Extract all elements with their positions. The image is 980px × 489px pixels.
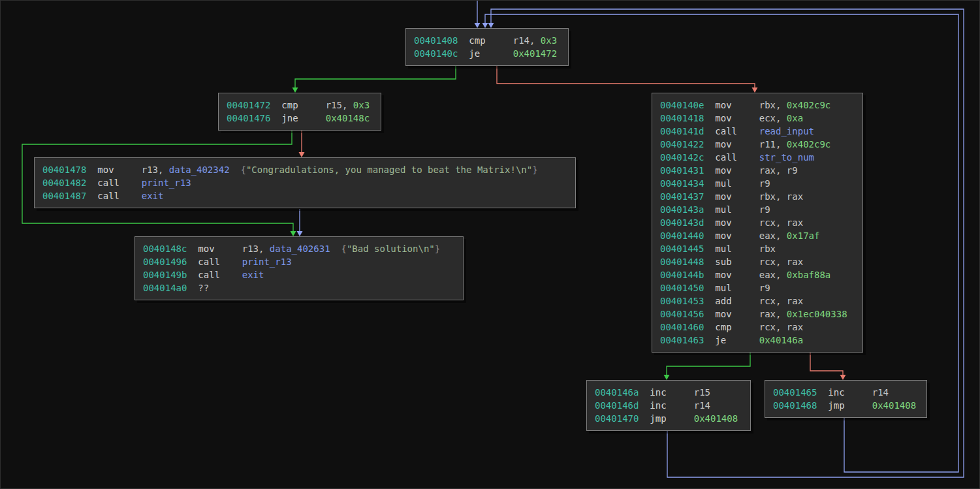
basic-block-00401472[interactable]: 00401472cmpr15, 0x300401476jne0x40148c xyxy=(218,93,381,131)
instruction-line[interactable]: 00401408cmpr14, 0x3 xyxy=(414,34,560,47)
address-token: 00401472 xyxy=(227,99,281,112)
instruction-line[interactable]: 0040140cje0x401472 xyxy=(414,47,560,60)
basic-block-0040148c[interactable]: 0040148cmovr13, data_402631 {"Bad soluti… xyxy=(134,236,464,300)
mnemonic-token: jmp xyxy=(828,399,872,412)
operand-token: eax, xyxy=(759,270,787,280)
operand-token: r13, xyxy=(242,244,270,254)
mnemonic-token: mul xyxy=(715,177,759,190)
basic-block-00401478[interactable]: 00401478movr13, data_402342 {"Congradula… xyxy=(34,157,576,208)
instruction-line[interactable]: 00401487callexit xyxy=(42,189,567,202)
edge-arrowhead xyxy=(752,87,758,93)
basic-block-0040146a[interactable]: 0040146aincr150040146dincr1400401470jmp0… xyxy=(586,380,751,431)
mnemonic-token: call xyxy=(715,151,759,164)
immediate-token: 0xa xyxy=(787,113,803,123)
instruction-line[interactable]: 00401437movrbx, rax xyxy=(660,190,855,203)
instruction-line[interactable]: 0040146dincr14 xyxy=(595,399,742,412)
mnemonic-token: jmp xyxy=(650,412,693,425)
immediate-token: 0x401408 xyxy=(872,400,916,411)
instruction-line[interactable]: 00401450mulr9 xyxy=(660,281,855,294)
instruction-line[interactable]: 0040149bcallexit xyxy=(143,268,455,281)
symbol-token[interactable]: print_r13 xyxy=(242,257,292,267)
edge-arrowhead xyxy=(291,231,296,236)
instruction-line[interactable]: 00401472cmpr15, 0x3 xyxy=(227,99,373,112)
instruction-line[interactable]: 00401482callprint_r13 xyxy=(42,176,567,189)
symbol-token[interactable]: data_402342 xyxy=(169,165,230,175)
instruction-line[interactable]: 00401476jne0x40148c xyxy=(227,112,373,125)
basic-block-00401465[interactable]: 00401465incr1400401468jmp0x401408 xyxy=(765,380,927,418)
mnemonic-token: cmp xyxy=(281,99,325,112)
mnemonic-token: mov xyxy=(715,190,759,203)
instruction-line[interactable]: 00401496callprint_r13 xyxy=(143,255,455,268)
instruction-line[interactable]: 0040140emovrbx, 0x402c9c xyxy=(660,99,855,112)
instruction-line[interactable]: 0040148cmovr13, data_402631 {"Bad soluti… xyxy=(143,242,455,255)
mnemonic-token: call xyxy=(97,189,141,202)
basic-block-0040140e[interactable]: 0040140emovrbx, 0x402c9c00401418movecx, … xyxy=(652,93,863,353)
instruction-line[interactable]: 0040142ccallstr_to_num xyxy=(660,151,855,164)
instruction-line[interactable]: 00401440moveax, 0x17af xyxy=(660,229,855,242)
operand-token: r13, xyxy=(142,165,169,175)
instruction-line[interactable]: 0040144bmoveax, 0xbaf88a xyxy=(660,268,855,281)
instruction-line[interactable]: 00401456movrax, 0x1ec040338 xyxy=(660,308,855,321)
address-token: 0040142c xyxy=(660,151,715,164)
disassembly-graph-view[interactable]: 00401408cmpr14, 0x30040140cje0x401472004… xyxy=(0,0,980,489)
string-token: "Bad solution\n" xyxy=(347,244,435,254)
operand-token: rcx, rax xyxy=(759,322,803,332)
instruction-line[interactable]: 00401478movr13, data_402342 {"Congradula… xyxy=(42,163,567,176)
instruction-line[interactable]: 00401422movr11, 0x402c9c xyxy=(660,138,855,151)
symbol-token[interactable]: read_input xyxy=(759,126,814,136)
instruction-line[interactable]: 00401468jmp0x401408 xyxy=(773,399,919,412)
operand-token: rax, r9 xyxy=(759,165,798,176)
operand-token: r9 xyxy=(759,283,770,293)
operand-token: rax, xyxy=(759,309,787,319)
address-token: 00401422 xyxy=(660,138,715,151)
instruction-line[interactable]: 00401465incr14 xyxy=(773,386,919,399)
basic-block-00401408[interactable]: 00401408cmpr14, 0x30040140cje0x401472 xyxy=(405,28,569,66)
immediate-token: 0x402c9c xyxy=(787,139,830,150)
instruction-line[interactable]: 0040141dcallread_input xyxy=(660,125,855,138)
mnemonic-token: inc xyxy=(650,386,693,399)
instruction-line[interactable]: 0040143amulr9 xyxy=(660,203,855,216)
operand-token: r14, xyxy=(513,35,541,46)
instruction-line[interactable]: 00401460cmprcx, rax xyxy=(660,321,855,334)
operand-token: r9 xyxy=(759,204,770,215)
address-token: 00401460 xyxy=(660,321,715,334)
instruction-line[interactable]: 00401431movrax, r9 xyxy=(660,164,855,177)
address-token: 00401463 xyxy=(660,334,715,347)
immediate-token: 0x401472 xyxy=(513,48,557,59)
immediate-token: 0x1ec040338 xyxy=(787,309,847,319)
edge-00401408-to-0040140e xyxy=(497,65,755,89)
edge-arrowhead xyxy=(292,87,298,93)
symbol-token[interactable]: print_r13 xyxy=(142,178,191,188)
address-token: 00401434 xyxy=(660,177,715,190)
instruction-line[interactable]: 0040146aincr15 xyxy=(595,386,742,399)
instruction-line[interactable]: 00401448subrcx, rax xyxy=(660,255,855,268)
instruction-line[interactable]: 004014a0?? xyxy=(143,281,455,294)
symbol-token[interactable]: data_402631 xyxy=(270,244,330,254)
edge-arrowhead xyxy=(475,23,481,28)
address-token: 00401437 xyxy=(660,190,715,203)
immediate-token: 0x3 xyxy=(541,35,557,46)
edge-arrowhead xyxy=(297,231,303,236)
instruction-line[interactable]: 00401434mulr9 xyxy=(660,177,855,190)
immediate-token: 0x40148c xyxy=(326,113,370,123)
edge-arrowhead xyxy=(488,23,494,28)
immediate-token: 0x3 xyxy=(353,100,370,110)
mnemonic-token: mov xyxy=(715,99,759,112)
instruction-line[interactable]: 00401453addrcx, rax xyxy=(660,294,855,308)
symbol-token[interactable]: exit xyxy=(142,191,164,201)
symbol-token[interactable]: exit xyxy=(242,270,264,280)
address-token: 00401440 xyxy=(660,229,715,242)
instruction-line[interactable]: 00401463je0x40146a xyxy=(660,334,855,347)
operand-token: rcx, rax xyxy=(759,217,803,228)
address-token: 00401448 xyxy=(660,255,715,268)
instruction-line[interactable]: 00401445mulrbx xyxy=(660,242,855,255)
instruction-line[interactable]: 0040143dmovrcx, rax xyxy=(660,216,855,229)
address-token: 00401470 xyxy=(595,412,650,425)
mnemonic-token: mov xyxy=(715,112,759,125)
address-token: 00401408 xyxy=(414,34,469,47)
symbol-token[interactable]: str_to_num xyxy=(759,152,814,163)
instruction-line[interactable]: 00401418movecx, 0xa xyxy=(660,112,855,125)
instruction-line[interactable]: 00401470jmp0x401408 xyxy=(595,412,742,425)
operand-token: r15 xyxy=(694,387,710,398)
address-token: 0040144b xyxy=(660,268,715,281)
